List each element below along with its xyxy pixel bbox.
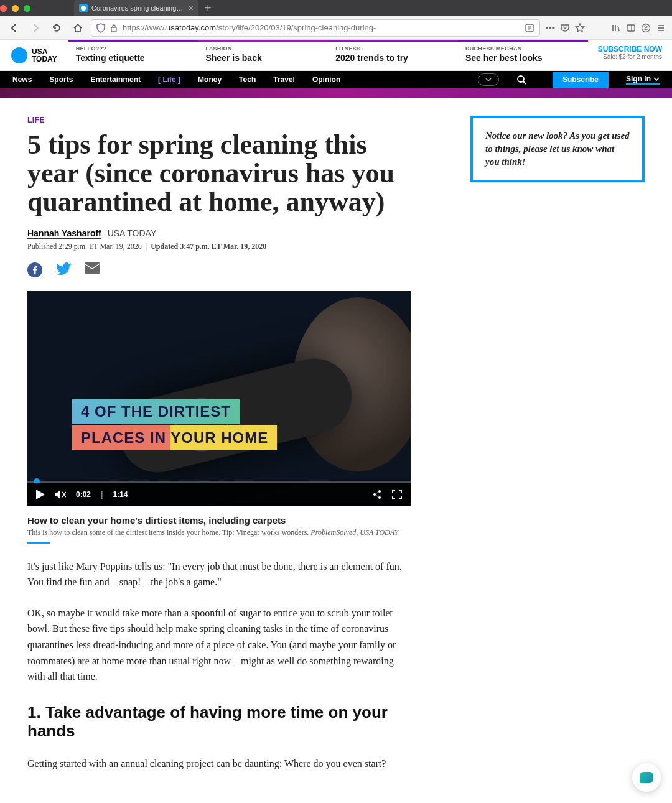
share-icon[interactable] (372, 490, 382, 499)
meatball-icon[interactable]: ••• (545, 22, 555, 33)
facebook-icon[interactable] (27, 262, 42, 277)
favicon-icon (79, 4, 88, 12)
svg-line-7 (618, 26, 619, 31)
inline-link[interactable]: spring (200, 623, 225, 634)
account-icon[interactable] (641, 23, 651, 33)
chevron-down-icon (653, 77, 660, 81)
reload-button[interactable] (49, 20, 65, 36)
video-title: How to clean your home's dirtiest items,… (27, 515, 411, 526)
lock-icon (110, 24, 118, 32)
svg-rect-0 (111, 27, 116, 32)
menu-icon[interactable] (656, 23, 666, 33)
url-input[interactable]: https://www.usatoday.com/story/life/2020… (91, 19, 540, 37)
svg-line-25 (376, 495, 379, 497)
trending-item[interactable]: HELLO??? Texting etiquette (68, 40, 198, 70)
search-button[interactable] (516, 75, 535, 85)
home-button[interactable] (70, 20, 86, 36)
signin-button[interactable]: Sign In (626, 75, 660, 85)
fullscreen-button[interactable] (392, 490, 402, 499)
body-paragraph: Getting started with an annual cleaning … (27, 756, 411, 772)
nav-sports[interactable]: Sports (49, 75, 73, 84)
main-nav: News Sports Entertainment Life Money Tec… (0, 71, 672, 88)
body-paragraph: OK, so maybe it would take more than a s… (27, 605, 411, 685)
library-icon[interactable] (611, 23, 621, 33)
mute-button[interactable] (55, 490, 66, 499)
sidebar-icon[interactable] (626, 23, 636, 33)
nav-opinion[interactable]: Opinion (312, 75, 340, 84)
window-minimize[interactable] (12, 5, 19, 12)
svg-line-24 (376, 492, 379, 494)
nav-entertainment[interactable]: Entertainment (90, 75, 141, 84)
tab-title: Coronavirus spring cleaning: 5 c (91, 4, 185, 12)
nav-travel[interactable]: Travel (273, 75, 295, 84)
logo-circle-icon (11, 47, 27, 63)
nav-money[interactable]: Money (198, 75, 222, 84)
share-row (27, 262, 411, 277)
nav-tech[interactable]: Tech (239, 75, 256, 84)
body-paragraph: It's just like Mary Poppins tells us: "I… (27, 559, 411, 590)
feedback-callout: Notice our new look? As you get used to … (470, 116, 645, 182)
svg-point-15 (518, 76, 524, 82)
section-color-bar (0, 88, 672, 98)
chat-widget[interactable] (632, 763, 661, 789)
trending-bar: USATODAY HELLO??? Texting etiquette FASH… (0, 40, 672, 71)
site-logo[interactable]: USATODAY (0, 40, 68, 70)
svg-rect-18 (85, 262, 100, 274)
dateline: Published 2:29 p.m. ET Mar. 19, 2020|Upd… (27, 242, 411, 251)
svg-line-16 (523, 81, 526, 84)
trending-item[interactable]: DUCHESS MEGHAN See her best looks (458, 40, 588, 70)
time-duration: 1:14 (113, 490, 128, 499)
publication: USA TODAY (108, 228, 157, 238)
browser-tab[interactable]: Coronavirus spring cleaning: 5 c × (74, 0, 198, 16)
byline: Hannah Yasharoff USA TODAY (27, 228, 411, 238)
trending-item[interactable]: FITNESS 2020 trends to try (328, 40, 458, 70)
nav-news[interactable]: News (12, 75, 32, 84)
subscribe-button[interactable]: Subscribe (553, 72, 609, 88)
weather-dropdown[interactable] (478, 73, 499, 86)
chat-icon (640, 772, 653, 783)
back-button[interactable] (6, 20, 22, 36)
subheading: 1. Take advantage of having more time on… (27, 703, 411, 741)
video-overlay-text: 4 OF THE DIRTIEST PLACES IN YOUR HOME (72, 399, 277, 450)
window-maximize[interactable] (24, 5, 30, 12)
close-icon[interactable]: × (189, 3, 194, 13)
video-player[interactable]: 4 OF THE DIRTIEST PLACES IN YOUR HOME 0:… (27, 291, 411, 506)
video-controls: 0:02 | 1:14 (27, 483, 411, 506)
email-icon[interactable] (85, 262, 100, 277)
trending-item[interactable]: FASHION Sheer is back (198, 40, 328, 70)
new-tab-button[interactable]: + (205, 2, 212, 15)
author-link[interactable]: Hannah Yasharoff (27, 228, 101, 239)
twitter-icon[interactable] (56, 262, 71, 277)
window-close[interactable] (0, 5, 7, 12)
headline: 5 tips for spring cleaning this year (si… (27, 131, 411, 217)
time-elapsed: 0:02 (76, 490, 91, 499)
accent-underline (27, 542, 50, 544)
address-bar: https://www.usatoday.com/story/life/2020… (0, 16, 672, 40)
video-description: This is how to clean some of the dirties… (27, 528, 411, 537)
play-button[interactable] (36, 490, 45, 499)
star-icon[interactable] (575, 23, 585, 33)
shield-icon[interactable] (96, 23, 105, 33)
svg-point-11 (645, 26, 647, 28)
pocket-icon[interactable] (560, 23, 570, 33)
nav-life[interactable]: Life (158, 75, 180, 84)
inline-link[interactable]: Mary Poppins (76, 561, 132, 572)
svg-rect-8 (627, 25, 635, 31)
reader-icon[interactable] (525, 23, 534, 33)
browser-chrome: Coronavirus spring cleaning: 5 c × + (0, 0, 672, 16)
subscribe-promo[interactable]: SUBSCRIBE NOW Sale: $2 for 2 months (588, 40, 672, 70)
url-text: https://www.usatoday.com/story/life/2020… (123, 23, 376, 32)
forward-button[interactable] (27, 20, 44, 36)
section-label[interactable]: LIFE (27, 116, 411, 124)
